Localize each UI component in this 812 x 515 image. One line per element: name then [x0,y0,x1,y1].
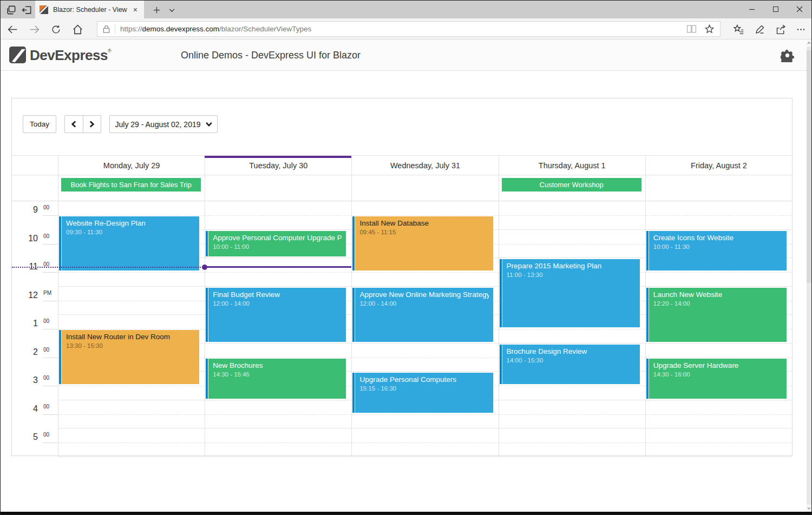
grid-cell[interactable] [205,201,351,230]
grid-cell[interactable] [205,428,351,457]
time-label-minutes: 00 [43,233,49,239]
all-day-cell[interactable] [645,175,792,201]
close-icon[interactable] [788,1,811,17]
time-label-minutes: 00 [43,347,49,353]
appointment-body: Approve New Online Marketing Strategy12:… [355,288,493,342]
day-header: Thursday, August 1 [499,156,645,175]
appointment[interactable]: Upgrade Server Hardware14:30 - 16:00 [646,359,787,399]
all-day-cell[interactable] [205,175,351,201]
refresh-icon[interactable] [48,22,63,37]
day-column: Install New Database09:45 - 11:15Approve… [351,201,498,457]
appointment[interactable]: New Brochures14:30 - 15:45 [206,359,346,399]
appointment[interactable]: Approve Personal Computer Upgrade Plan10… [206,231,346,257]
appointment-color-strip [352,216,355,270]
set-tabs-aside-icon[interactable] [21,4,32,16]
appointment[interactable]: Website Re-Design Plan09:30 - 11:30 [59,216,199,270]
tab-title: Blazor: Scheduler - View [53,6,131,14]
devexpress-logo-icon [9,47,26,63]
home-icon[interactable] [70,22,85,37]
all-day-cell[interactable] [351,175,498,201]
appointment[interactable]: Create Icons for Website10:00 - 11:30 [646,231,787,271]
appointment[interactable]: Upgrade Personal Computers15:15 - 16:30 [352,373,493,413]
grid-cell[interactable] [499,400,645,429]
reading-view-icon[interactable] [686,24,697,34]
time-label-hour: 1 [33,319,38,328]
next-week-button[interactable] [83,116,101,133]
all-day-appointment[interactable]: Book Flights to San Fran for Sales Trip [61,178,201,192]
time-label-hour: 3 [33,375,38,385]
favorite-star-icon[interactable] [704,24,715,34]
new-tab-icon[interactable] [150,4,162,16]
appointment-title: Launch New Website [653,290,782,299]
window-frame-bottom [1,512,811,514]
settings-gear-icon[interactable] [781,49,794,62]
date-range-selector[interactable]: July 29 - August 02, 2019 [109,115,218,133]
tab-previews-icon[interactable] [5,4,17,16]
all-day-cell[interactable]: Book Flights to San Fran for Sales Trip [58,175,205,201]
today-button[interactable]: Today [23,115,56,133]
time-panel: 9001000110012PM100200300400500 [12,201,58,457]
browser-tab[interactable]: Blazor: Scheduler - View × [35,1,144,18]
appointment-body: Create Icons for Website10:00 - 11:30 [649,231,787,271]
page-scrollbar[interactable] [807,39,811,512]
appointment[interactable]: Launch New Website12:20 - 14:00 [646,288,787,342]
tab-close-icon[interactable]: × [131,5,140,14]
address-bar[interactable]: https://demos.devexpress.com/blazor/Sche… [97,21,721,37]
scheduler-table: Monday, July 29Tuesday, July 30Wednesday… [12,155,792,455]
browser-tab-bar: Blazor: Scheduler - View × [1,1,811,18]
grid-cell[interactable] [646,428,792,457]
scheduler: Today July 29 - August 02, 2019 Monday, … [11,98,793,456]
appointment-body: Launch New Website12:20 - 14:00 [649,288,787,342]
appointment-color-strip [646,288,649,342]
minimize-icon[interactable] [740,1,764,17]
appointment-color-strip [206,359,208,399]
appointment-time: 14:30 - 16:00 [653,371,782,378]
time-grid: 9001000110012PM100200300400500 Website R… [12,201,792,457]
time-label-minutes: 00 [43,375,49,381]
scrollbar-up-icon[interactable] [807,39,811,47]
grid-cell[interactable] [58,428,205,457]
grid-cell[interactable] [205,400,351,429]
back-icon[interactable] [5,22,20,37]
grid-cell[interactable] [646,400,792,429]
more-icon[interactable] [793,22,808,37]
maximize-icon[interactable] [764,1,788,17]
grid-cell[interactable] [499,201,645,230]
appointment[interactable]: Install New Router in Dev Room13:30 - 15… [59,330,199,384]
share-icon[interactable] [773,22,788,37]
appointment-time: 11:00 - 13:30 [507,272,636,278]
day-column: Website Re-Design Plan09:30 - 11:30Insta… [58,201,205,457]
grid-cell[interactable] [205,258,351,287]
previous-week-button[interactable] [65,116,83,133]
grid-cell[interactable] [499,230,645,259]
appointment[interactable]: Brochure Design Review14:00 - 15:30 [500,345,640,385]
grid-cell[interactable] [58,400,205,429]
scrollbar-down-icon[interactable] [807,505,811,512]
hub-icon[interactable] [731,22,746,37]
tab-list-chevron-icon[interactable] [166,4,178,16]
grid-cell[interactable] [352,344,498,372]
devexpress-logo[interactable]: DevExpress ® [9,47,112,64]
appointment[interactable]: Approve New Online Marketing Strategy12:… [352,288,493,342]
url-text[interactable]: https://demos.devexpress.com/blazor/Sche… [120,25,686,33]
appointment-time: 12:00 - 14:00 [359,300,488,307]
forward-icon[interactable] [27,22,42,37]
grid-cell[interactable] [499,428,645,457]
appointment-time: 14:30 - 15:45 [213,371,342,378]
time-label-minutes: PM [43,290,51,296]
all-day-appointment[interactable]: Customer Workshop [502,178,641,192]
appointment[interactable]: Prepare 2015 Marketing Plan11:00 - 13:30 [500,259,640,327]
web-note-pen-icon[interactable] [752,22,767,37]
appointment-time: 15:15 - 16:30 [359,385,488,392]
appointment-title: Prepare 2015 Marketing Plan [507,262,636,270]
all-day-cell[interactable]: Customer Workshop [499,175,645,201]
time-label-hour: 5 [33,432,38,442]
browser-window: Blazor: Scheduler - View × [0,0,812,515]
scrollbar-thumb[interactable] [807,50,811,283]
appointment[interactable]: Final Budget Review12:00 - 14:00 [206,288,346,342]
grid-cell[interactable] [58,287,205,315]
appointment[interactable]: Install New Database09:45 - 11:15 [352,216,493,270]
grid-cell[interactable] [352,428,498,457]
grid-cell[interactable] [646,201,792,230]
day-column: Approve Personal Computer Upgrade Plan10… [205,201,351,457]
